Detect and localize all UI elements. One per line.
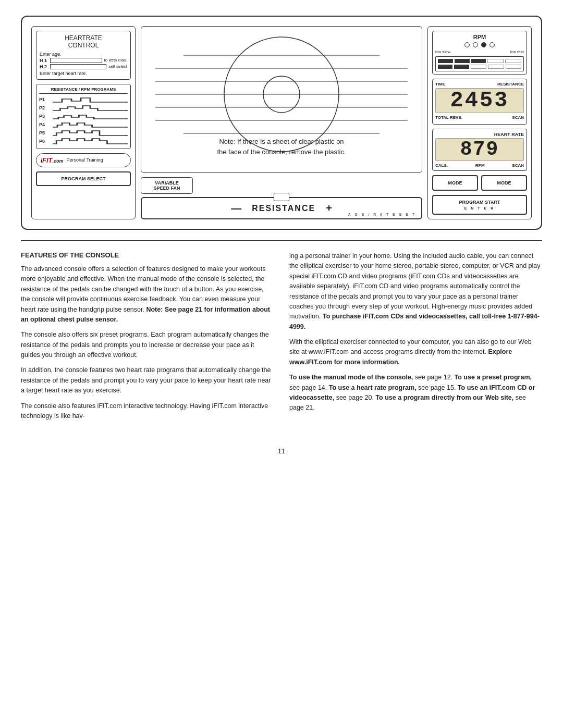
left-para-2: The console also offers six preset progr… [21, 330, 274, 360]
heart-rate-control: HEARTRATE CONTROL Enter age. H 1 to 85% … [36, 31, 131, 80]
display1-total-revs: TOTAL REVS. [435, 115, 462, 120]
svg-point-1 [263, 76, 300, 113]
rpm-bars [435, 56, 524, 71]
rpm-seg-4 [487, 59, 504, 63]
display-section-2: HEART RATE 879 CALS. RPM SCAN [432, 129, 527, 171]
right-para-1: ing a personal trainer in your home. Usi… [289, 251, 542, 332]
resistance-row: — RESISTANCE + A G E / R A T E S E T [141, 197, 422, 219]
display1-value: 2453 [435, 88, 524, 113]
rpm-seg-5 [505, 59, 521, 63]
rpm-section: RPM too slow too fast [432, 31, 527, 75]
display1-scan: SCAN [512, 115, 524, 120]
right-text-column: ing a personal trainer in your home. Usi… [289, 251, 542, 426]
p3-graph [53, 113, 128, 120]
rpm-dot-2 [473, 42, 478, 47]
left-text-column: FEATURES OF THE CONSOLE The advanced con… [21, 251, 274, 426]
p4-graph [53, 121, 128, 128]
rpm-seg-6 [438, 65, 452, 69]
display2-value: 879 [435, 138, 524, 161]
program-row-p4: P4 [39, 121, 128, 128]
center-panel: Note: If there is a sheet of clear plast… [141, 26, 422, 219]
ifit-tagline: Personal Training [67, 157, 103, 163]
svg-point-0 [224, 37, 339, 152]
page-divider [21, 240, 542, 241]
rpm-bar-row-2 [438, 65, 521, 69]
rpm-dots [435, 42, 524, 47]
programs-title: RESISTANCE / RPM PROGRAMS [39, 87, 128, 94]
p6-label: P6 [39, 139, 50, 144]
p6-graph [53, 138, 128, 145]
rpm-too-slow: too slow [435, 50, 450, 54]
hrc-h1-bar [50, 58, 102, 63]
program-row-p3: P3 [39, 113, 128, 120]
rpm-too-fast: too fast [510, 50, 524, 54]
right-para-3: To use the manual mode of the console, s… [289, 373, 542, 413]
programs-section: RESISTANCE / RPM PROGRAMS P1 P2 [36, 84, 131, 149]
note-line2: the face of the console, remove the plas… [217, 148, 346, 156]
hrc-h1-row: H 1 to 85% max. [40, 58, 127, 63]
rpm-labels: too slow too fast [435, 50, 524, 54]
console-diagram: HEARTRATE CONTROL Enter age. H 1 to 85% … [21, 16, 542, 230]
display2-bottom-labels: CALS. RPM SCAN [435, 163, 524, 168]
hrc-h2-label: H 2 [40, 64, 48, 69]
mode-button-1[interactable]: MODE [432, 175, 478, 191]
display1-resistance-label: RESISTANCE [497, 82, 524, 87]
rpm-dot-4 [489, 42, 495, 47]
hrc-h2-bar [50, 64, 106, 69]
mode-button-2[interactable]: MODE [481, 175, 527, 191]
variable-speed-fan-wrapper: VARIABLESPEED FAN [141, 177, 422, 194]
p1-label: P1 [39, 97, 50, 102]
program-row-p1: P1 [39, 96, 128, 103]
hrc-title: HEARTRATE CONTROL [40, 34, 127, 50]
hrc-enter-target: Enter target heart rate. [40, 71, 127, 76]
program-row-p2: P2 [39, 104, 128, 112]
left-panel: HEARTRATE CONTROL Enter age. H 1 to 85% … [31, 26, 136, 219]
mode-btn-1-label: MODE [448, 180, 462, 186]
hrc-h1-label: H 1 [40, 58, 48, 63]
rpm-dot-1 [464, 42, 470, 47]
hrc-title-control: CONTROL [68, 42, 99, 49]
p2-graph [53, 104, 128, 112]
console-note: Note: If there is a sheet of clear plast… [141, 137, 422, 157]
rpm-seg-3 [471, 59, 486, 63]
rpm-seg-10 [506, 65, 521, 69]
ifit-logo-area: iFIT.com Personal Training [36, 153, 131, 167]
p3-label: P3 [39, 114, 50, 119]
mode-buttons-row: MODE MODE [432, 175, 527, 191]
p2-label: P2 [39, 105, 50, 110]
variable-speed-fan: VARIABLESPEED FAN [141, 177, 193, 194]
program-select-button[interactable]: PROGRAM SELECT [36, 171, 131, 186]
p5-label: P5 [39, 130, 50, 135]
console-inner: HEARTRATE CONTROL Enter age. H 1 to 85% … [31, 26, 532, 219]
hrc-h1-caption: to 85% max. [104, 58, 127, 63]
note-line1: Note: If there is a sheet of clear plast… [219, 138, 344, 145]
display2-hr-label: HEART RATE [435, 132, 524, 137]
program-row-p5: P5 [39, 129, 128, 137]
display1-sub-labels: TOTAL REVS. SCAN [435, 115, 524, 120]
resistance-label: RESISTANCE [252, 204, 315, 213]
rpm-seg-2 [455, 59, 470, 63]
display2-scan: SCAN [512, 163, 524, 168]
ifit-logo: iFIT.com [41, 156, 64, 164]
p4-label: P4 [39, 122, 50, 127]
hrc-title-heart: HEART [65, 34, 85, 42]
resistance-minus-icon[interactable]: — [231, 202, 241, 214]
display1-time-label: TIME [435, 82, 445, 87]
program-start-label: PROGRAM START [459, 200, 500, 205]
hrc-h2-row: H 2 self select [40, 64, 127, 69]
resistance-connector [274, 193, 289, 201]
hrc-enter-age: Enter age. [40, 52, 127, 57]
program-select-label: PROGRAM SELECT [61, 176, 105, 181]
rpm-seg-1 [438, 59, 453, 63]
rpm-title: RPM [435, 34, 524, 40]
p5-graph [53, 129, 128, 137]
resistance-plus-icon[interactable]: + [326, 202, 332, 214]
rpm-seg-8 [471, 65, 486, 69]
left-para-4: The console also features iFIT.com inter… [21, 401, 274, 422]
text-content: FEATURES OF THE CONSOLE The advanced con… [21, 251, 542, 442]
program-start-button[interactable]: PROGRAM START E N T E R [432, 195, 527, 215]
left-para-3: In addition, the console features two he… [21, 365, 274, 396]
section-title: FEATURES OF THE CONSOLE [21, 251, 274, 259]
program-row-p6: P6 [39, 138, 128, 145]
hrc-h2-caption: self select [108, 64, 127, 69]
